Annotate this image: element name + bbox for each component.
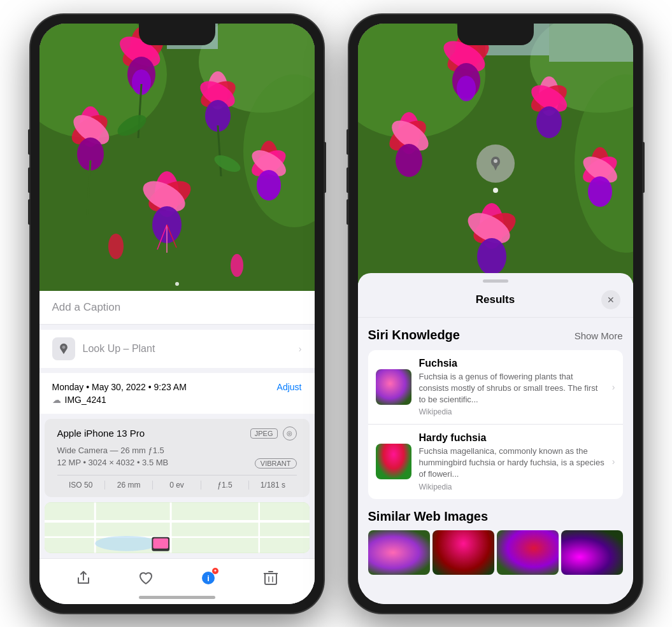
fuchsia-info: Fuchsia Fuchsia is a genus of flowering … (419, 358, 604, 417)
similar-section: Similar Web Images (368, 509, 623, 575)
flower-image (39, 24, 315, 291)
fuchsia-thumbnail (376, 369, 411, 405)
resolution: 12 MP • 3024 × 4032 • 3.5 MB (57, 458, 169, 467)
home-indicator (139, 596, 215, 599)
camera-section: Apple iPhone 13 Pro JPEG ◎ Wide Camera —… (45, 419, 310, 497)
svg-point-30 (231, 254, 243, 277)
fuchsia-name: Fuchsia (419, 358, 604, 369)
info-badge: ✦ (212, 568, 218, 574)
svg-point-80 (494, 159, 497, 163)
page-dot (175, 282, 179, 286)
similar-images-grid (368, 530, 623, 575)
map-area[interactable] (45, 502, 310, 553)
svg-point-67 (536, 106, 562, 138)
close-button[interactable]: ✕ (601, 290, 620, 309)
svg-point-79 (477, 238, 506, 275)
svg-point-75 (588, 176, 612, 207)
svg-point-21 (257, 170, 281, 201)
cloud-icon: ☁ (52, 395, 61, 405)
visual-search-dot (493, 188, 498, 193)
hardy-fuchsia-chevron: › (612, 456, 615, 467)
lens-detail: Wide Camera — 26 mm ƒ1.5 (57, 446, 297, 455)
show-more-button[interactable]: Show More (575, 330, 623, 341)
hardy-fuchsia-source: Wikipedia (419, 483, 604, 491)
svg-point-71 (396, 144, 422, 177)
notch (139, 24, 215, 45)
fuchsia-chevron: › (612, 382, 615, 392)
meta-section: Monday • May 30, 2022 • 9:23 AM Adjust ☁… (39, 373, 315, 414)
lookup-icon (52, 337, 75, 360)
similar-title: Similar Web Images (368, 509, 489, 523)
visual-search-button[interactable] (476, 144, 515, 183)
knowledge-item-hardy-fuchsia[interactable]: Hardy fuchsia Fuchsia magellanica, commo… (368, 425, 623, 499)
exif-shutter: 1/181 s (249, 481, 296, 490)
exif-focal: 26 mm (105, 481, 153, 490)
svg-rect-36 (45, 502, 310, 553)
info-panel: Add a Caption Look Up – Plant › (39, 291, 315, 604)
share-button[interactable] (69, 564, 97, 592)
svg-point-43 (95, 535, 158, 551)
svg-rect-48 (265, 574, 276, 584)
knowledge-item-fuchsia[interactable]: Fuchsia Fuchsia is a genus of flowering … (368, 350, 623, 425)
results-title: Results (390, 293, 601, 306)
knowledge-section-header: Siri Knowledge Show More (368, 328, 623, 342)
similar-image-3[interactable] (497, 530, 559, 575)
vibrant-badge: VIBRANT (255, 458, 297, 468)
knowledge-card: Fuchsia Fuchsia is a genus of flowering … (368, 350, 623, 499)
similar-image-1[interactable] (368, 530, 430, 575)
siri-content: Siri Knowledge Show More Fuchsia Fuchsia… (358, 318, 633, 585)
similar-image-2[interactable] (433, 530, 494, 575)
fuchsia-description: Fuchsia is a genus of flowering plants t… (419, 371, 604, 406)
siri-header: Results ✕ (358, 283, 633, 318)
heart-button[interactable] (132, 564, 160, 592)
info-button[interactable]: i ✦ (194, 564, 222, 592)
similar-image-4[interactable] (561, 530, 623, 575)
right-phone-screen: Results ✕ Siri Knowledge Show More (358, 24, 633, 604)
lookup-chevron: › (299, 344, 302, 354)
trash-button[interactable] (257, 564, 285, 592)
siri-knowledge-title: Siri Knowledge (368, 328, 460, 342)
right-notch (457, 24, 534, 45)
caption-area[interactable]: Add a Caption (39, 291, 315, 325)
exif-row: ISO 50 26 mm 0 ev ƒ1.5 1/181 s (57, 475, 297, 490)
hardy-fuchsia-name: Hardy fuchsia (419, 432, 604, 444)
photo-area[interactable] (39, 24, 315, 291)
svg-text:i: i (207, 574, 210, 583)
fuchsia-source: Wikipedia (419, 407, 604, 416)
exif-aperture: ƒ1.5 (201, 481, 249, 490)
left-phone-screen: Add a Caption Look Up – Plant › (39, 24, 315, 604)
lookup-row[interactable]: Look Up – Plant › (39, 330, 315, 368)
svg-rect-45 (153, 538, 168, 548)
camera-settings-icon[interactable]: ◎ (283, 426, 297, 440)
svg-rect-58 (549, 24, 633, 62)
camera-name: Apple iPhone 13 Pro (57, 428, 145, 439)
adjust-button[interactable]: Adjust (277, 382, 302, 392)
svg-point-63 (457, 76, 476, 101)
exif-iso: ISO 50 (57, 481, 105, 490)
hardy-fuchsia-info: Hardy fuchsia Fuchsia magellanica, commo… (419, 432, 604, 491)
jpeg-badge: JPEG (250, 428, 278, 439)
right-phone: Results ✕ Siri Knowledge Show More (349, 15, 642, 613)
lookup-text: Look Up – Plant (83, 343, 155, 355)
siri-results-panel: Results ✕ Siri Knowledge Show More (358, 273, 633, 604)
filename: IMG_4241 (65, 395, 106, 405)
svg-point-29 (108, 234, 124, 259)
hardy-fuchsia-thumbnail (376, 444, 411, 479)
left-phone: Add a Caption Look Up – Plant › (31, 15, 324, 613)
caption-placeholder[interactable]: Add a Caption (52, 301, 121, 313)
meta-date: Monday • May 30, 2022 • 9:23 AM (52, 382, 187, 392)
hardy-fuchsia-description: Fuchsia magellanica, commonly known as t… (419, 446, 604, 481)
exif-ev: 0 ev (153, 481, 201, 490)
